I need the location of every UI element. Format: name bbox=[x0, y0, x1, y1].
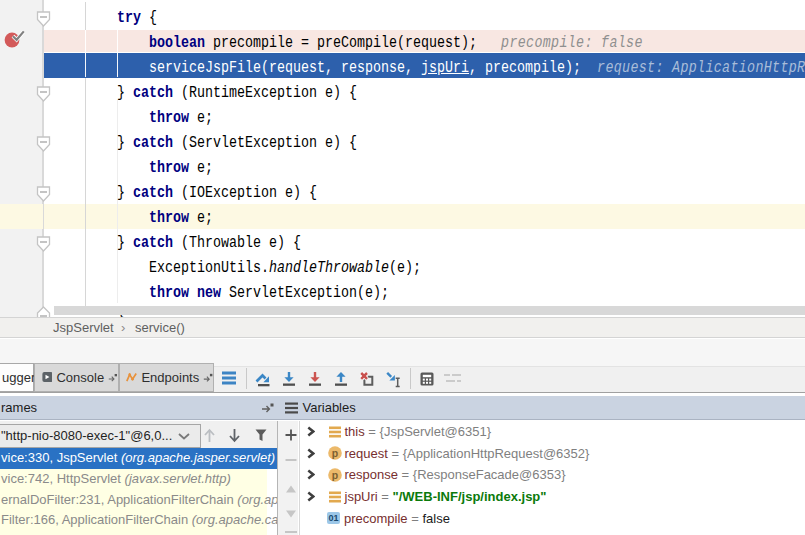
svg-text:01: 01 bbox=[328, 513, 338, 523]
svg-text:p: p bbox=[331, 447, 337, 459]
svg-text:p: p bbox=[331, 469, 337, 481]
